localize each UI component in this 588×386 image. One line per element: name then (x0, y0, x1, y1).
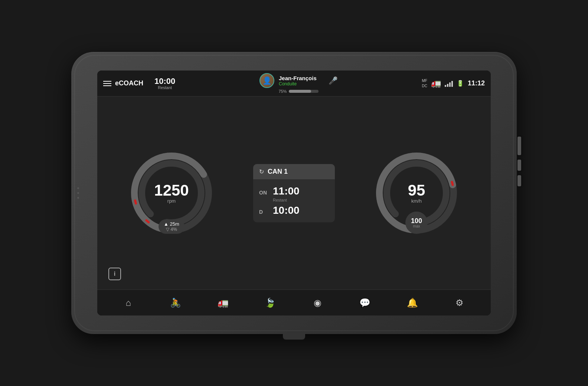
user-info: Jean-François Conduite (279, 75, 317, 86)
rpm-value: 1250 (154, 183, 189, 198)
rpm-unit: rpm (154, 198, 189, 204)
nav-map[interactable]: ◉ (303, 292, 333, 314)
side-buttons-right (517, 137, 521, 186)
can-d-value: 10:00 (273, 205, 300, 216)
can-on-sublabel: Restant (259, 198, 329, 202)
bottom-navigation: ⌂ 🚴 🚛 🍃 ◉ 💬 🔔 ⚙ (97, 290, 491, 315)
header-status: MF DC 🚛 🔋 11:12 (422, 78, 485, 89)
speed-value-display: 95 km/h (408, 183, 425, 204)
mic-icon[interactable]: 🎤 (329, 76, 338, 85)
signal-bars (445, 80, 453, 87)
user-name: Jean-François (279, 75, 317, 81)
eco-icon: 🍃 (265, 298, 276, 308)
nav-home[interactable]: ⌂ (114, 292, 143, 314)
status-clock: 11:12 (468, 79, 485, 87)
user-row: 👤 Jean-François Conduite 🎤 (259, 73, 338, 88)
progress-label: 75% (278, 89, 287, 94)
nav-cycling[interactable]: 🚴 (161, 292, 190, 314)
max-speed-badge: 100 max (405, 212, 428, 234)
nav-vehicle[interactable]: 🚛 (208, 292, 238, 314)
can-header[interactable]: ↻ CAN 1 (253, 164, 335, 179)
app-title: eCOACH (115, 79, 143, 87)
altitude-up: ▲ 25m (164, 221, 179, 227)
device-frame: eCOACH 10:00 Restant 👤 Jean-François Con… (71, 52, 517, 334)
cycling-icon: 🚴 (170, 298, 181, 308)
can-panel: ↻ CAN 1 ON 11:00 Restant D 10:00 (253, 164, 335, 222)
screen: eCOACH 10:00 Restant 👤 Jean-François Con… (97, 71, 491, 315)
volume-down-button[interactable] (517, 175, 521, 186)
can-on-value: 11:00 (273, 185, 300, 197)
speed-value: 95 (408, 183, 425, 198)
battery-icon: 🔋 (457, 80, 464, 87)
nav-eco[interactable]: 🍃 (255, 292, 285, 314)
speed-gauge: 95 km/h 100 max (372, 148, 461, 238)
progress-bar (289, 90, 318, 93)
progress-bar-fill (289, 90, 311, 93)
vehicle-icon: 🚛 (431, 79, 441, 88)
nav-settings[interactable]: ⚙ (445, 292, 474, 314)
volume-up-button[interactable] (517, 160, 521, 171)
settings-icon: ⚙ (455, 298, 464, 308)
can-d-label: D (259, 209, 268, 215)
can-title: CAN 1 (268, 168, 288, 176)
refresh-icon: ↻ (259, 168, 264, 175)
altitude-down: ▽ 4% (166, 227, 177, 232)
usb-connector (283, 333, 305, 340)
can-row-d: D 10:00 (259, 202, 329, 219)
power-button[interactable] (517, 137, 521, 155)
left-dots (77, 187, 79, 199)
notifications-icon: 🔔 (407, 298, 418, 308)
messages-icon: 💬 (359, 298, 370, 308)
nav-messages[interactable]: 💬 (350, 292, 380, 314)
vehicle-nav-icon: 🚛 (218, 298, 229, 308)
rpm-gauge: 1250 rpm ▲ 25m ▽ 4% (127, 148, 216, 238)
can-rows: ON 11:00 Restant D 10:00 (253, 179, 335, 222)
avatar-face: 👤 (260, 74, 274, 87)
rpm-value-display: 1250 rpm (154, 183, 189, 204)
header-center: 👤 Jean-François Conduite 🎤 75% (175, 73, 422, 94)
max-speed-label: max (413, 224, 420, 228)
mf-dc-labels: MF DC (422, 78, 427, 89)
can-on-label: ON (259, 190, 268, 196)
home-icon: ⌂ (126, 298, 131, 308)
header-bar: eCOACH 10:00 Restant 👤 Jean-François Con… (97, 71, 491, 96)
user-role: Conduite (279, 81, 317, 86)
hamburger-menu-icon[interactable] (103, 81, 111, 86)
main-content: 1250 rpm ▲ 25m ▽ 4% i ↻ CAN 1 ON (97, 96, 491, 290)
avatar[interactable]: 👤 (259, 73, 274, 88)
nav-notifications[interactable]: 🔔 (398, 292, 427, 314)
max-speed-value: 100 (411, 217, 422, 224)
speed-unit: km/h (408, 198, 425, 204)
session-time-value: 10:00 (154, 77, 175, 85)
altitude-badge: ▲ 25m ▽ 4% (159, 219, 184, 234)
can-row-on: ON 11:00 (259, 183, 329, 199)
app-title-section[interactable]: eCOACH (103, 79, 143, 87)
session-time-section: 10:00 Restant (154, 77, 175, 90)
progress-row: 75% (278, 89, 318, 94)
session-time-label: Restant (158, 85, 172, 90)
navigation-icon: ◉ (314, 298, 321, 308)
info-button[interactable]: i (108, 268, 121, 280)
